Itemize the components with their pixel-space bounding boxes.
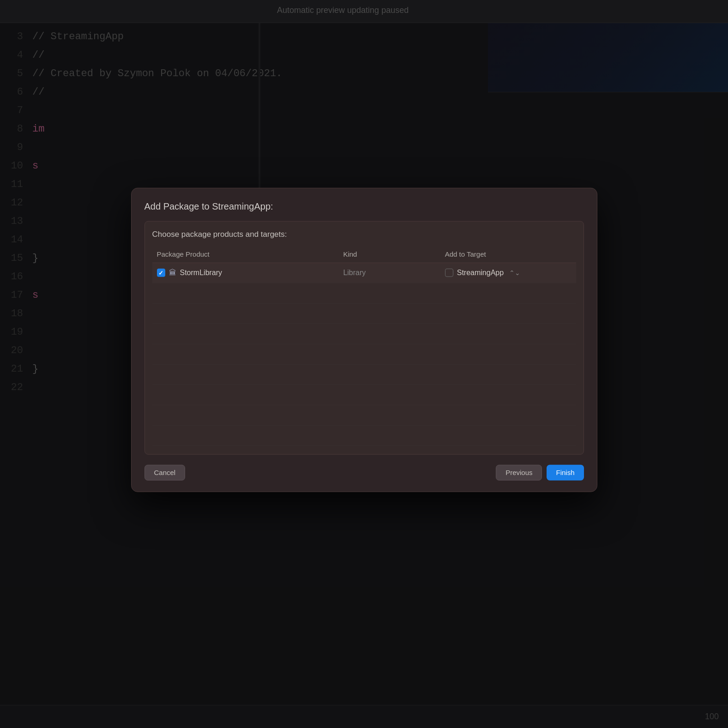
right-buttons: Previous Finish [496, 464, 584, 480]
empty-row-6 [152, 385, 576, 405]
library-icon: 🏛 [169, 269, 176, 277]
table-row: 🏛 StormLibrary Library StreamingApp ⌃⌄ [152, 263, 576, 283]
empty-row-1 [152, 283, 576, 303]
finish-button[interactable]: Finish [547, 464, 584, 480]
empty-row-2 [152, 303, 576, 324]
kind-text: Library [343, 269, 366, 277]
cancel-button[interactable]: Cancel [144, 464, 186, 480]
target-cell: StreamingApp ⌃⌄ [440, 263, 576, 283]
empty-row-4 [152, 344, 576, 364]
empty-row-5 [152, 364, 576, 385]
empty-row-8 [152, 425, 576, 445]
table-header-row: Package Product Kind Add to Target [152, 246, 576, 263]
col-header-kind: Kind [338, 246, 440, 263]
dialog-title: Add Package to StreamingApp: [144, 201, 584, 211]
dialog-content-area: Choose package products and targets: Pac… [144, 221, 584, 454]
col-header-product: Package Product [152, 246, 339, 263]
dialog-buttons: Cancel Previous Finish [144, 464, 584, 480]
product-name: StormLibrary [180, 269, 223, 277]
empty-row-3 [152, 324, 576, 344]
empty-row-7 [152, 405, 576, 425]
col-header-target: Add to Target [440, 246, 576, 263]
add-package-dialog: Add Package to StreamingApp: Choose pack… [131, 187, 597, 492]
content-label: Choose package products and targets: [152, 229, 576, 239]
previous-button[interactable]: Previous [496, 464, 542, 480]
target-checkbox[interactable] [445, 269, 453, 277]
target-label: StreamingApp [457, 269, 504, 277]
kind-cell: Library [338, 263, 440, 283]
package-checkbox[interactable] [157, 269, 165, 277]
stepper-icon[interactable]: ⌃⌄ [509, 269, 520, 277]
product-cell: 🏛 StormLibrary [152, 263, 339, 283]
package-table: Package Product Kind Add to Target 🏛 Sto… [152, 246, 576, 445]
